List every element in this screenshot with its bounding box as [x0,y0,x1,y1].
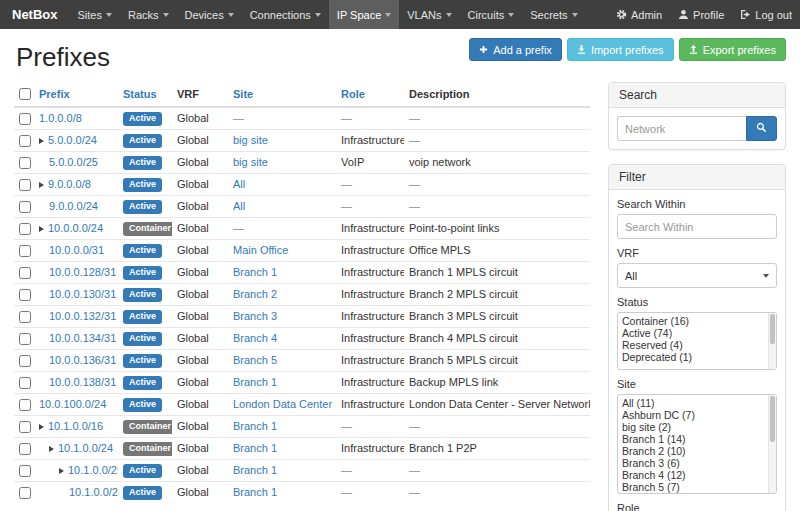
prefix-link[interactable]: 10.0.0.0/31 [49,244,104,256]
status-badge: Active [123,486,162,500]
add-prefix-button[interactable]: Add a prefix [469,38,562,61]
row-checkbox[interactable] [19,267,31,279]
nav-item-ip-space[interactable]: IP Space [329,0,399,29]
export-prefixes-button[interactable]: Export prefixes [679,38,786,61]
nav-item-connections[interactable]: Connections [242,0,329,29]
multiselect-option[interactable]: Container (16) [622,315,768,327]
search-input[interactable] [617,116,746,141]
multiselect-option[interactable]: Branch 2 (10) [622,445,768,457]
prefix-link[interactable]: 10.0.0.136/31 [49,354,116,366]
multiselect-option[interactable]: Ashburn DC (7) [622,409,768,421]
site-link[interactable]: All [233,200,245,212]
prefix-link[interactable]: 10.0.0.132/31 [49,310,116,322]
nav-item-devices[interactable]: Devices [177,0,242,29]
multiselect-option[interactable]: All (11) [622,397,768,409]
indent-spacer [39,253,49,254]
description-value: Branch 5 MPLS circuit [404,349,590,371]
row-checkbox[interactable] [19,135,31,147]
multiselect-option[interactable]: COLO 1 (4) [622,493,768,494]
site-link[interactable]: Branch 4 [233,332,277,344]
row-checkbox[interactable] [19,487,31,499]
prefix-link[interactable]: 10.0.100.0/24 [39,398,106,410]
column-header-role[interactable]: Role [336,82,404,107]
nav-item-sites[interactable]: Sites [70,0,120,29]
site-link[interactable]: Branch 1 [233,486,277,498]
prefix-link[interactable]: 9.0.0.0/24 [49,200,98,212]
multiselect-option[interactable]: Active (74) [622,327,768,339]
row-checkbox[interactable] [19,289,31,301]
row-checkbox[interactable] [19,465,31,477]
site-link[interactable]: Branch 2 [233,288,277,300]
multiselect-option[interactable]: Deprecated (1) [622,351,768,363]
prefix-link[interactable]: 9.0.0.0/8 [48,178,91,190]
multiselect-option[interactable]: Branch 3 (6) [622,457,768,469]
filter-multiselect-site[interactable]: All (11)Ashburn DC (7)big site (2)Branch… [617,394,777,494]
site-link[interactable]: Branch 3 [233,310,277,322]
prefix-link[interactable]: 10.1.0.0/26 [69,486,118,498]
row-checkbox[interactable] [19,201,31,213]
scrollbar[interactable] [768,395,776,493]
brand-link[interactable]: NetBox [0,0,70,29]
profile-link[interactable]: Profile [670,0,732,29]
row-checkbox[interactable] [19,113,31,125]
scrollbar[interactable] [768,313,776,369]
site-link[interactable]: Branch 1 [233,442,277,454]
nav-item-racks[interactable]: Racks [120,0,177,29]
column-header-site[interactable]: Site [228,82,336,107]
row-checkbox[interactable] [19,333,31,345]
multiselect-option[interactable]: Branch 1 (14) [622,433,768,445]
multiselect-option[interactable]: Branch 5 (7) [622,481,768,493]
row-checkbox[interactable] [19,377,31,389]
site-link[interactable]: big site [233,156,268,168]
row-checkbox[interactable] [19,179,31,191]
prefix-link[interactable]: 10.1.0.0/25 [68,464,118,476]
row-checkbox[interactable] [19,399,31,411]
site-link[interactable]: big site [233,134,268,146]
select-all-checkbox[interactable] [19,88,31,100]
row-checkbox[interactable] [19,421,31,433]
site-link[interactable]: Branch 1 [233,420,277,432]
column-header-status[interactable]: Status [118,82,172,107]
row-checkbox[interactable] [19,157,31,169]
site-link[interactable]: London Data Center [233,398,332,410]
column-header-prefix[interactable]: Prefix [34,82,118,107]
search-button[interactable] [746,116,777,141]
table-row: 10.1.0.0/26 Active Global Branch 1 — — [14,481,590,503]
row-checkbox[interactable] [19,443,31,455]
site-link[interactable]: All [233,178,245,190]
site-link[interactable]: Branch 5 [233,354,277,366]
filter-input-search-within[interactable] [617,214,777,239]
row-checkbox[interactable] [19,223,31,235]
multiselect-option[interactable]: big site (2) [622,421,768,433]
prefix-link[interactable]: 10.0.0.130/31 [49,288,116,300]
prefix-link[interactable]: 5.0.0.0/25 [49,156,98,168]
site-link[interactable]: Branch 1 [233,376,277,388]
prefix-link[interactable]: 10.0.0.128/31 [49,266,116,278]
row-checkbox[interactable] [19,355,31,367]
prefix-link[interactable]: 10.0.0.138/31 [49,376,116,388]
filter-multiselect-status[interactable]: Container (16)Active (74)Reserved (4)Dep… [617,312,777,370]
nav-item-secrets[interactable]: Secrets [522,0,585,29]
multiselect-option[interactable]: Branch 4 (12) [622,469,768,481]
row-checkbox[interactable] [19,311,31,323]
role-value: Infrastructure [336,327,404,349]
row-checkbox[interactable] [19,245,31,257]
site-link[interactable]: Main Office [233,244,288,256]
nav-item-vlans[interactable]: VLANs [399,0,459,29]
prefix-link[interactable]: 10.1.0.0/16 [48,420,103,432]
site-link[interactable]: Branch 1 [233,266,277,278]
import-prefixes-button[interactable]: Import prefixes [567,38,674,61]
scrollbar-thumb[interactable] [770,396,775,442]
prefix-link[interactable]: 1.0.0.0/8 [39,112,82,124]
site-link[interactable]: Branch 1 [233,464,277,476]
prefix-link[interactable]: 10.1.0.0/24 [58,442,113,454]
prefix-link[interactable]: 5.0.0.0/24 [48,134,97,146]
prefix-link[interactable]: 10.0.0.134/31 [49,332,116,344]
logout-link[interactable]: Log out [732,0,800,29]
scrollbar-thumb[interactable] [770,314,775,344]
multiselect-option[interactable]: Reserved (4) [622,339,768,351]
filter-select-vrf[interactable]: All [617,263,777,288]
admin-link[interactable]: Admin [608,0,670,29]
prefix-link[interactable]: 10.0.0.0/24 [48,222,103,234]
nav-item-circuits[interactable]: Circuits [460,0,523,29]
